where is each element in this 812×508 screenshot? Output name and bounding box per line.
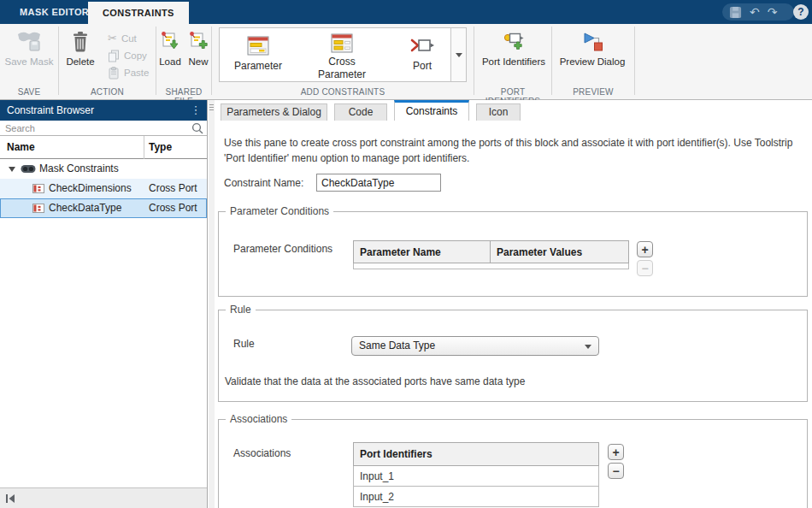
- associations-label: Associations: [233, 447, 291, 459]
- tab-constraints-doc[interactable]: Constraints: [394, 100, 469, 121]
- port-constraint-button[interactable]: Port: [385, 29, 459, 80]
- section-label-save: SAVE: [0, 87, 58, 98]
- ribbon-divider: [634, 27, 635, 95]
- port-icon: [409, 33, 435, 57]
- ribbon: Save Mask SAVE Delete ✂ Cut Copy Paste A…: [0, 24, 812, 100]
- panel-menu-icon[interactable]: ⋮: [190, 100, 202, 121]
- rule-dropdown[interactable]: Same Data Type: [351, 336, 599, 356]
- tab-constraints[interactable]: CONSTRAINTS: [88, 2, 189, 24]
- load-icon: [160, 28, 180, 54]
- tab-icon[interactable]: Icon: [476, 103, 521, 121]
- gallery-dropdown-button[interactable]: [450, 28, 466, 81]
- cross-parameter-icon: [331, 33, 353, 53]
- cut-button[interactable]: ✂ Cut: [108, 31, 137, 46]
- save-mask-icon: [16, 28, 42, 54]
- section-label-shared-file: SHARED FILE: [156, 87, 211, 98]
- rule-description: Validate that the data at the associated…: [225, 375, 525, 387]
- tree-row-checkdimensions[interactable]: CheckDimensions Cross Port: [0, 179, 207, 198]
- save-icon[interactable]: [729, 6, 742, 19]
- tab-code[interactable]: Code: [334, 103, 387, 121]
- panel-splitter[interactable]: [209, 100, 215, 508]
- column-header-parameter-name: Parameter Name: [353, 240, 491, 263]
- pane-description: Use this pane to create cross port const…: [224, 135, 812, 166]
- preview-dialog-icon: [582, 28, 603, 54]
- column-header-type: Type: [149, 136, 172, 159]
- parameter-conditions-legend: Parameter Conditions: [226, 205, 333, 217]
- association-row-input1[interactable]: Input_1: [353, 466, 599, 487]
- column-header-parameter-values: Parameter Values: [491, 240, 629, 263]
- parameter-icon: [247, 33, 269, 57]
- editor-pane: Parameters & Dialog Code Constraints Ico…: [215, 100, 812, 508]
- ribbon-divider: [474, 27, 474, 95]
- cross-parameter-constraint-button[interactable]: Cross Parameter: [302, 29, 382, 80]
- chevron-down-icon: [456, 53, 462, 57]
- constraint-browser-panel: Constraint Browser ⋮ Name Type Mask Cons…: [0, 100, 208, 508]
- section-label-port-identifiers: PORT IDENTIFIERS: [474, 87, 551, 98]
- quick-access-toolbar: ↶ ↷: [722, 3, 794, 21]
- association-row-input2[interactable]: Input_2: [353, 487, 599, 507]
- copy-button[interactable]: Copy: [108, 48, 147, 63]
- rule-label: Rule: [233, 338, 255, 350]
- tab-parameters-dialog[interactable]: Parameters & Dialog: [221, 103, 327, 121]
- search-bar: [0, 121, 207, 136]
- tree-row-type: Cross Port: [149, 179, 197, 198]
- delete-icon: [72, 28, 89, 54]
- copy-icon: [108, 50, 120, 62]
- search-input[interactable]: [0, 121, 186, 135]
- rule-legend: Rule: [226, 304, 256, 316]
- constraint-name-label: Constraint Name:: [224, 177, 303, 189]
- collapse-panel-icon[interactable]: [5, 494, 15, 503]
- app-tab-bar: MASK EDITOR CONSTRAINTS ↶ ↷ ?: [0, 0, 812, 24]
- save-mask-button[interactable]: Save Mask: [2, 28, 56, 68]
- splitter-grip-icon: [209, 104, 214, 112]
- parameter-conditions-group: Parameter Conditions Parameter Condition…: [218, 211, 808, 297]
- mask-editor-window: MASK EDITOR CONSTRAINTS ↶ ↷ ? Save Mask …: [0, 0, 812, 508]
- remove-association-button[interactable]: −: [608, 463, 624, 479]
- load-button[interactable]: Load: [155, 28, 185, 68]
- redo-icon[interactable]: ↷: [768, 4, 778, 20]
- parameter-conditions-label: Parameter Conditions: [233, 243, 332, 255]
- tree-row-label: CheckDataType: [49, 198, 121, 218]
- new-button[interactable]: New: [185, 28, 211, 68]
- empty-table-body: [353, 263, 629, 269]
- undo-icon[interactable]: ↶: [750, 4, 760, 20]
- ribbon-divider: [211, 27, 212, 95]
- associations-group: Associations Associations Port Identifie…: [218, 419, 808, 508]
- associations-legend: Associations: [226, 413, 291, 425]
- tree-row-mask-constraints[interactable]: Mask Constraints: [0, 159, 207, 179]
- tree-row-label: Mask Constraints: [39, 159, 119, 179]
- add-association-button[interactable]: +: [608, 444, 624, 460]
- parameter-constraint-button[interactable]: Parameter: [221, 29, 295, 80]
- section-label-action: ACTION: [59, 87, 156, 98]
- constraint-name-input[interactable]: [316, 174, 441, 192]
- cut-icon: ✂: [108, 32, 117, 44]
- remove-parameter-condition-button[interactable]: −: [637, 260, 653, 276]
- mask-icon: [21, 164, 36, 174]
- rule-dropdown-value: Same Data Type: [359, 340, 435, 351]
- parameter-conditions-table: Parameter Name Parameter Values: [353, 240, 629, 269]
- new-icon: [188, 28, 209, 54]
- constraint-browser-title: Constraint Browser: [0, 100, 207, 121]
- tree-row-label: CheckDimensions: [49, 179, 132, 198]
- associations-table: Port Identifiers Input_1 Input_2: [353, 442, 599, 507]
- tree-expand-caret-icon[interactable]: [9, 167, 15, 172]
- delete-button[interactable]: Delete: [56, 28, 104, 68]
- tree-row-checkdatatype[interactable]: CheckDataType Cross Port: [0, 198, 207, 218]
- panel-status-bar: [0, 487, 207, 508]
- port-identifiers-button[interactable]: Port Identifiers: [476, 28, 551, 68]
- paste-button[interactable]: Paste: [108, 65, 149, 80]
- help-icon[interactable]: ?: [793, 4, 809, 20]
- port-identifiers-icon: [503, 28, 526, 54]
- add-parameter-condition-button[interactable]: +: [637, 241, 653, 257]
- section-label-preview: PREVIEW: [552, 87, 634, 98]
- chevron-down-icon: [585, 345, 591, 349]
- browser-column-headers: Name Type: [0, 136, 207, 159]
- section-label-add-constraints: ADD CONSTRAINTS: [212, 87, 474, 98]
- tree-row-type: Cross Port: [149, 198, 197, 218]
- paste-icon: [108, 67, 120, 80]
- constraint-icon: [32, 204, 44, 213]
- ribbon-divider: [551, 27, 552, 95]
- constraint-icon: [32, 184, 44, 193]
- preview-dialog-button[interactable]: Preview Dialog: [554, 28, 631, 68]
- rule-group: Rule Rule Same Data Type Validate that t…: [218, 310, 808, 402]
